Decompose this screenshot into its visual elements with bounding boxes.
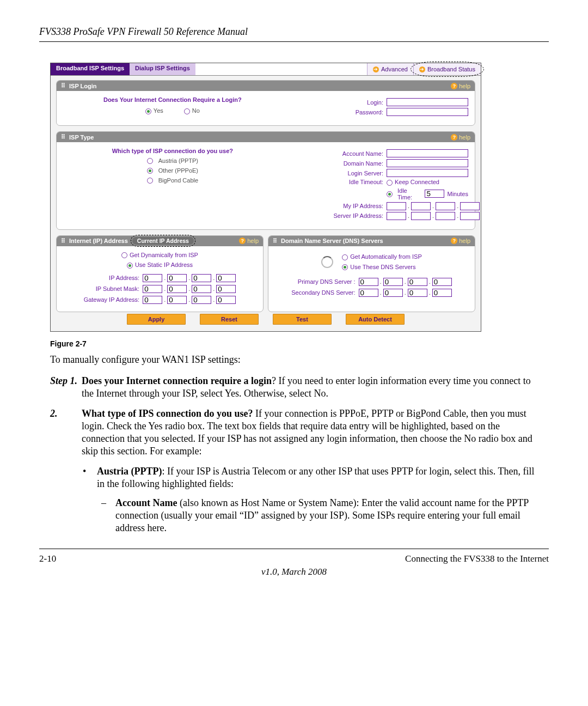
help-link[interactable]: ? help [451, 238, 470, 244]
gw-4[interactable] [216, 296, 236, 304]
step-2-text: What type of IPS connection do you use? … [82, 407, 538, 458]
password-input[interactable] [387, 108, 468, 116]
section-title: Domain Name Server (DNS) Servers [281, 238, 451, 244]
radio-login-yes[interactable]: Yes [145, 107, 163, 114]
secondary-dns-label: Secondary DNS Server: [291, 289, 355, 296]
no-label: No [192, 107, 200, 114]
dns-auto-label: Get Automatically from ISP [350, 253, 421, 260]
gateway-label: Gateway IP Address: [84, 296, 140, 303]
radio-other[interactable]: Other (PPPoE) [147, 167, 198, 174]
step-1: Step 1. Does your Internet connection re… [50, 375, 538, 400]
radio-static-ip[interactable]: Use Static IP Address [127, 261, 193, 269]
radio-bigpond[interactable]: BigPond Cable [147, 177, 198, 184]
sdns-4[interactable] [432, 289, 452, 297]
pdns-2[interactable] [383, 278, 403, 286]
step-2-number: 2. [50, 407, 82, 458]
sn-2[interactable] [167, 285, 187, 293]
sub1-text: Austria (PPTP): If your ISP is Austria T… [97, 465, 538, 490]
my-ip-4[interactable] [460, 202, 480, 210]
help-label: help [459, 83, 470, 89]
auto-detect-button[interactable]: Auto Detect [346, 314, 405, 325]
login-server-input[interactable] [387, 169, 468, 177]
my-ip-2[interactable] [411, 202, 431, 210]
chapter-title: Connecting the FVS338 to the Internet [405, 553, 549, 564]
static-label: Use Static IP Address [135, 261, 193, 268]
section-isp-type: ⠿ ISP Type ? help Which type of ISP conn… [56, 131, 475, 230]
radio-icon [145, 108, 151, 114]
ip-3[interactable] [192, 274, 211, 282]
section-header-isp-type: ⠿ ISP Type ? help [57, 132, 475, 142]
page-number: 2-10 [39, 553, 56, 564]
radio-dns-manual[interactable]: Use These DNS Servers [342, 264, 421, 271]
opt-bigpond: BigPond Cable [158, 177, 198, 184]
server-ip-1[interactable] [387, 212, 406, 220]
gw-2[interactable] [167, 296, 187, 304]
ip-2[interactable] [167, 274, 187, 282]
domain-name-input[interactable] [387, 159, 468, 167]
help-label: help [459, 238, 470, 244]
idle-time-label: Idle Time: [397, 187, 422, 200]
button-bar: Apply Reset Test Auto Detect [56, 312, 475, 328]
current-ip-pill[interactable]: Current IP Address [132, 237, 194, 245]
my-ip-1[interactable] [387, 202, 406, 210]
tab-bar: Broadband ISP Settings Dialup ISP Settin… [51, 63, 481, 76]
radio-login-no[interactable]: No [184, 107, 200, 114]
apply-button[interactable]: Apply [127, 314, 186, 325]
sdns-1[interactable] [359, 289, 378, 297]
tab-dialup-isp[interactable]: Dialup ISP Settings [130, 63, 195, 75]
account-name-input[interactable] [387, 149, 468, 157]
pdns-3[interactable] [408, 278, 427, 286]
login-label: Login: [323, 99, 383, 106]
arrow-icon: ➔ [419, 66, 425, 72]
status-label: Broadband Status [427, 66, 475, 72]
radio-idle-time[interactable] [387, 190, 395, 197]
ip-4[interactable] [216, 274, 236, 282]
reset-button[interactable]: Reset [200, 314, 259, 325]
pdns-1[interactable] [359, 278, 378, 286]
radio-icon [342, 264, 348, 270]
sn-1[interactable] [143, 285, 162, 293]
radio-icon [121, 252, 127, 258]
server-ip-4[interactable] [460, 212, 480, 220]
radio-keep-connected[interactable]: Keep Connected [387, 179, 468, 186]
help-label: help [247, 238, 259, 244]
idle-time-input[interactable] [425, 190, 444, 198]
link-advanced[interactable]: ➔ Advanced [367, 63, 413, 75]
help-link[interactable]: ? help [451, 83, 470, 89]
test-button[interactable]: Test [273, 314, 332, 325]
intro-text: To manually configure your WAN1 ISP sett… [50, 354, 538, 366]
opt-austria: Austria (PPTP) [158, 157, 198, 164]
sn-3[interactable] [192, 285, 211, 293]
help-link[interactable]: ? help [239, 238, 259, 244]
sn-4[interactable] [216, 285, 236, 293]
ip-title-text: Internet (IP) Address [69, 238, 128, 244]
radio-dns-auto[interactable]: Get Automatically from ISP [342, 253, 421, 260]
domain-name-label: Domain Name: [323, 160, 383, 167]
step-1-number: Step 1. [50, 375, 82, 400]
sub1-bold: Austria (PPTP) [97, 466, 162, 477]
sub2-rest: (also known as Host Name or System Name)… [115, 497, 529, 533]
gw-1[interactable] [143, 296, 162, 304]
password-label: Password: [323, 109, 383, 115]
gw-3[interactable] [192, 296, 211, 304]
login-input[interactable] [387, 98, 468, 106]
section-header-dns: ⠿ Domain Name Server (DNS) Servers ? hel… [268, 236, 475, 246]
radio-austria[interactable]: Austria (PPTP) [147, 157, 198, 164]
tab-broadband-isp[interactable]: Broadband ISP Settings [51, 63, 130, 75]
sdns-3[interactable] [408, 289, 427, 297]
radio-dyn-ip[interactable]: Get Dynamically from ISP [121, 252, 198, 259]
my-ip-3[interactable] [436, 202, 455, 210]
bullet-icon: • [83, 465, 97, 490]
server-ip-label: Server IP Address: [323, 212, 383, 219]
server-ip-2[interactable] [411, 212, 431, 220]
sub2-text: Account Name (also known as Host Name or… [115, 497, 538, 534]
help-link[interactable]: ? help [451, 134, 470, 141]
section-title: ISP Type [69, 134, 451, 141]
server-ip-3[interactable] [436, 212, 455, 220]
app-screenshot: Broadband ISP Settings Dialup ISP Settin… [50, 63, 481, 332]
sdns-2[interactable] [383, 289, 403, 297]
link-broadband-status[interactable]: ➔ Broadband Status [413, 63, 481, 75]
ip-1[interactable] [143, 274, 162, 282]
grip-icon: ⠿ [273, 238, 278, 245]
pdns-4[interactable] [432, 278, 452, 286]
